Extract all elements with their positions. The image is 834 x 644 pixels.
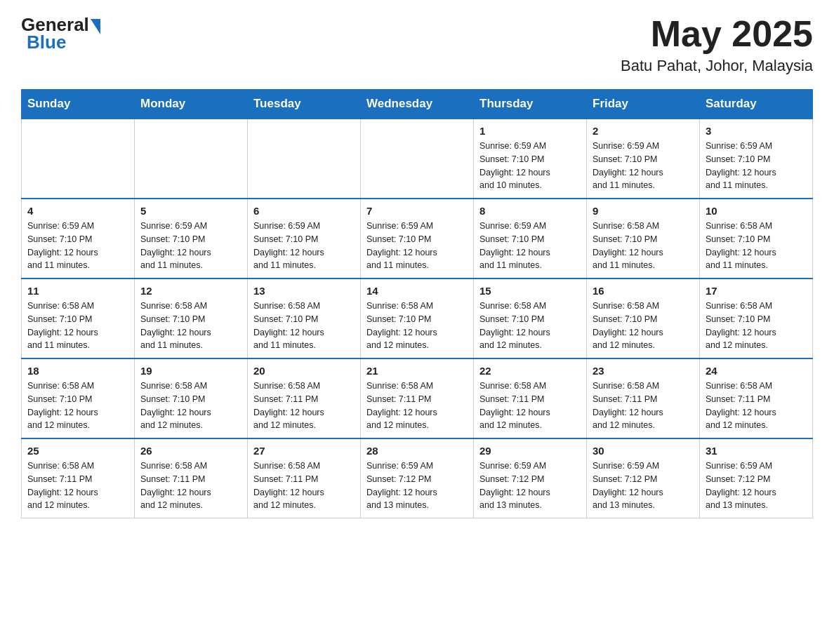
calendar-cell: 9Sunrise: 6:58 AM Sunset: 7:10 PM Daylig… <box>587 199 700 279</box>
calendar-cell: 2Sunrise: 6:59 AM Sunset: 7:10 PM Daylig… <box>587 119 700 199</box>
calendar-cell: 5Sunrise: 6:59 AM Sunset: 7:10 PM Daylig… <box>135 199 248 279</box>
day-info: Sunrise: 6:58 AM Sunset: 7:10 PM Dayligh… <box>140 380 241 432</box>
calendar-cell: 8Sunrise: 6:59 AM Sunset: 7:10 PM Daylig… <box>474 199 587 279</box>
week-row-5: 25Sunrise: 6:58 AM Sunset: 7:11 PM Dayli… <box>22 438 813 518</box>
day-number: 28 <box>366 445 468 457</box>
calendar-header-row: Sunday Monday Tuesday Wednesday Thursday… <box>22 90 813 119</box>
day-number: 16 <box>593 285 694 297</box>
day-number: 9 <box>593 205 694 217</box>
day-number: 1 <box>479 125 581 137</box>
calendar-cell: 18Sunrise: 6:58 AM Sunset: 7:10 PM Dayli… <box>22 358 135 438</box>
day-info: Sunrise: 6:59 AM Sunset: 7:10 PM Dayligh… <box>366 220 468 272</box>
day-info: Sunrise: 6:58 AM Sunset: 7:11 PM Dayligh… <box>366 380 468 432</box>
day-number: 7 <box>366 205 468 217</box>
day-number: 19 <box>140 365 241 377</box>
day-number: 13 <box>253 285 355 297</box>
day-info: Sunrise: 6:58 AM Sunset: 7:11 PM Dayligh… <box>140 459 241 512</box>
calendar-cell: 20Sunrise: 6:58 AM Sunset: 7:11 PM Dayli… <box>248 358 361 438</box>
month-year-title: May 2025 <box>621 14 813 54</box>
calendar-cell: 4Sunrise: 6:59 AM Sunset: 7:10 PM Daylig… <box>22 199 135 279</box>
day-number: 29 <box>479 445 581 457</box>
calendar-cell <box>135 119 248 199</box>
day-info: Sunrise: 6:58 AM Sunset: 7:11 PM Dayligh… <box>253 459 355 512</box>
calendar-cell: 16Sunrise: 6:58 AM Sunset: 7:10 PM Dayli… <box>587 279 700 358</box>
calendar-cell: 11Sunrise: 6:58 AM Sunset: 7:10 PM Dayli… <box>22 279 135 358</box>
calendar-cell: 14Sunrise: 6:58 AM Sunset: 7:10 PM Dayli… <box>361 279 474 358</box>
day-info: Sunrise: 6:58 AM Sunset: 7:10 PM Dayligh… <box>140 300 241 352</box>
day-number: 27 <box>253 445 355 457</box>
day-number: 22 <box>479 365 581 377</box>
day-number: 30 <box>593 445 694 457</box>
day-info: Sunrise: 6:59 AM Sunset: 7:10 PM Dayligh… <box>140 220 241 272</box>
calendar-cell: 25Sunrise: 6:58 AM Sunset: 7:11 PM Dayli… <box>22 438 135 518</box>
calendar-cell: 28Sunrise: 6:59 AM Sunset: 7:12 PM Dayli… <box>361 438 474 518</box>
day-info: Sunrise: 6:59 AM Sunset: 7:12 PM Dayligh… <box>366 459 468 512</box>
calendar-cell: 13Sunrise: 6:58 AM Sunset: 7:10 PM Dayli… <box>248 279 361 358</box>
day-info: Sunrise: 6:59 AM Sunset: 7:10 PM Dayligh… <box>706 140 807 192</box>
day-number: 10 <box>706 205 807 217</box>
day-info: Sunrise: 6:58 AM Sunset: 7:10 PM Dayligh… <box>366 300 468 352</box>
logo-blue-text: Blue <box>27 32 66 53</box>
calendar-cell: 29Sunrise: 6:59 AM Sunset: 7:12 PM Dayli… <box>474 438 587 518</box>
calendar-cell: 10Sunrise: 6:58 AM Sunset: 7:10 PM Dayli… <box>700 199 813 279</box>
day-info: Sunrise: 6:58 AM Sunset: 7:10 PM Dayligh… <box>593 220 694 272</box>
calendar-cell: 3Sunrise: 6:59 AM Sunset: 7:10 PM Daylig… <box>700 119 813 199</box>
logo-triangle-icon <box>91 19 100 34</box>
calendar-cell: 7Sunrise: 6:59 AM Sunset: 7:10 PM Daylig… <box>361 199 474 279</box>
day-info: Sunrise: 6:59 AM Sunset: 7:10 PM Dayligh… <box>593 140 694 192</box>
day-number: 5 <box>140 205 241 217</box>
week-row-4: 18Sunrise: 6:58 AM Sunset: 7:10 PM Dayli… <box>22 358 813 438</box>
col-tuesday: Tuesday <box>248 90 361 119</box>
day-info: Sunrise: 6:59 AM Sunset: 7:12 PM Dayligh… <box>479 459 581 512</box>
calendar-cell: 15Sunrise: 6:58 AM Sunset: 7:10 PM Dayli… <box>474 279 587 358</box>
day-info: Sunrise: 6:58 AM Sunset: 7:10 PM Dayligh… <box>27 380 128 432</box>
day-info: Sunrise: 6:58 AM Sunset: 7:11 PM Dayligh… <box>253 380 355 432</box>
calendar-cell: 19Sunrise: 6:58 AM Sunset: 7:10 PM Dayli… <box>135 358 248 438</box>
calendar-cell: 30Sunrise: 6:59 AM Sunset: 7:12 PM Dayli… <box>587 438 700 518</box>
day-info: Sunrise: 6:58 AM Sunset: 7:10 PM Dayligh… <box>27 300 128 352</box>
day-number: 24 <box>706 365 807 377</box>
calendar-cell: 31Sunrise: 6:59 AM Sunset: 7:12 PM Dayli… <box>700 438 813 518</box>
day-number: 15 <box>479 285 581 297</box>
day-info: Sunrise: 6:58 AM Sunset: 7:10 PM Dayligh… <box>706 300 807 352</box>
title-area: May 2025 Batu Pahat, Johor, Malaysia <box>621 14 813 75</box>
calendar-cell: 12Sunrise: 6:58 AM Sunset: 7:10 PM Dayli… <box>135 279 248 358</box>
day-info: Sunrise: 6:59 AM Sunset: 7:10 PM Dayligh… <box>479 220 581 272</box>
calendar-cell: 1Sunrise: 6:59 AM Sunset: 7:10 PM Daylig… <box>474 119 587 199</box>
week-row-1: 1Sunrise: 6:59 AM Sunset: 7:10 PM Daylig… <box>22 119 813 199</box>
calendar-cell: 27Sunrise: 6:58 AM Sunset: 7:11 PM Dayli… <box>248 438 361 518</box>
calendar-cell <box>361 119 474 199</box>
calendar-cell: 17Sunrise: 6:58 AM Sunset: 7:10 PM Dayli… <box>700 279 813 358</box>
col-thursday: Thursday <box>474 90 587 119</box>
day-number: 20 <box>253 365 355 377</box>
calendar-cell: 23Sunrise: 6:58 AM Sunset: 7:11 PM Dayli… <box>587 358 700 438</box>
col-friday: Friday <box>587 90 700 119</box>
day-number: 11 <box>27 285 128 297</box>
col-sunday: Sunday <box>22 90 135 119</box>
day-info: Sunrise: 6:58 AM Sunset: 7:10 PM Dayligh… <box>706 220 807 272</box>
day-info: Sunrise: 6:59 AM Sunset: 7:12 PM Dayligh… <box>706 459 807 512</box>
calendar-cell <box>248 119 361 199</box>
page-header: General Blue May 2025 Batu Pahat, Johor,… <box>21 14 813 75</box>
week-row-3: 11Sunrise: 6:58 AM Sunset: 7:10 PM Dayli… <box>22 279 813 358</box>
day-number: 23 <box>593 365 694 377</box>
day-info: Sunrise: 6:59 AM Sunset: 7:10 PM Dayligh… <box>27 220 128 272</box>
day-info: Sunrise: 6:58 AM Sunset: 7:10 PM Dayligh… <box>253 300 355 352</box>
calendar-cell: 24Sunrise: 6:58 AM Sunset: 7:11 PM Dayli… <box>700 358 813 438</box>
day-number: 18 <box>27 365 128 377</box>
day-info: Sunrise: 6:58 AM Sunset: 7:11 PM Dayligh… <box>593 380 694 432</box>
day-info: Sunrise: 6:58 AM Sunset: 7:11 PM Dayligh… <box>479 380 581 432</box>
day-number: 4 <box>27 205 128 217</box>
day-number: 21 <box>366 365 468 377</box>
calendar-cell: 21Sunrise: 6:58 AM Sunset: 7:11 PM Dayli… <box>361 358 474 438</box>
col-wednesday: Wednesday <box>361 90 474 119</box>
calendar-cell: 22Sunrise: 6:58 AM Sunset: 7:11 PM Dayli… <box>474 358 587 438</box>
day-info: Sunrise: 6:59 AM Sunset: 7:10 PM Dayligh… <box>479 140 581 192</box>
day-number: 12 <box>140 285 241 297</box>
calendar-cell: 6Sunrise: 6:59 AM Sunset: 7:10 PM Daylig… <box>248 199 361 279</box>
day-number: 3 <box>706 125 807 137</box>
calendar-table: Sunday Monday Tuesday Wednesday Thursday… <box>21 89 813 518</box>
day-number: 8 <box>479 205 581 217</box>
day-info: Sunrise: 6:58 AM Sunset: 7:10 PM Dayligh… <box>479 300 581 352</box>
day-number: 6 <box>253 205 355 217</box>
